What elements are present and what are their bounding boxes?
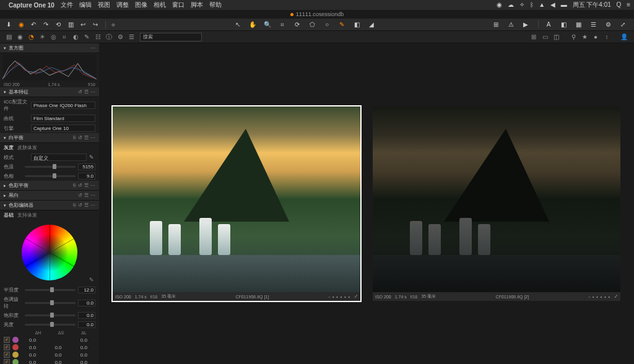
row-checkbox[interactable]: ✓ [4,344,10,350]
menu-icon[interactable]: ⋯ [90,202,95,208]
app-name[interactable]: Capture One 10 [9,2,54,9]
reset-icon[interactable]: ↺ [78,89,82,95]
row-checkbox[interactable]: ✓ [4,359,10,364]
spot-tool[interactable]: ○ [322,20,332,29]
color-wheel[interactable]: ✎ [0,220,99,285]
list-button[interactable]: ☰ [588,20,598,29]
warning-button[interactable]: ⚠ [506,20,516,29]
hand-tool[interactable]: ✋ [248,20,258,29]
reset-icon[interactable]: ↺ [78,183,82,188]
sat-track[interactable] [25,314,76,316]
hue-track[interactable] [25,302,76,304]
wb-tab-skin[interactable]: 皮肤体发 [17,144,37,151]
row-checkbox[interactable]: ✓ [4,337,10,343]
image-frame[interactable]: ISO 200 1.74 s f/16 35 毫米 CF011906.IIQ [… [113,106,360,301]
rotate-tool[interactable]: ⟳ [292,20,302,29]
delta-row[interactable]: ✓ 0.0 0.0 0.0 [0,351,99,358]
details-tab[interactable]: ◐ [71,32,80,42]
menu-camera[interactable]: 相机 [154,1,166,9]
tint-value[interactable]: 9.0 [78,173,95,180]
grid-view-button[interactable]: ⊞ [491,20,501,29]
metadata-tab[interactable]: ⓘ [104,32,114,42]
crop-tool[interactable]: ⌗ [277,20,287,29]
lens-tab[interactable]: ◎ [48,32,58,42]
basic-header[interactable]: ▾ 基本特征 ↺☰⋯ [0,87,99,97]
expand-button[interactable]: ⤢ [618,20,628,29]
hue-value[interactable]: 0.0 [78,300,95,306]
eyedropper-icon[interactable]: ✎ [89,154,95,160]
menu-icon[interactable]: ⋯ [90,45,95,51]
rating-dots[interactable]: ▫ • • • • • [589,295,610,299]
copy-adj-button[interactable]: ▥ [66,20,76,29]
smooth-value[interactable]: 12.0 [78,287,95,293]
delta-row[interactable]: ✓ 0.0 0.0 [0,336,99,344]
delta-row[interactable]: ✓ 0.0 0.0 0.0 [0,358,99,364]
menu-icon[interactable]: ≡ [627,1,630,8]
zoom-tool[interactable]: 🔍 [263,20,272,29]
eraser-tool[interactable]: ◧ [352,20,362,29]
mask-button[interactable]: ◧ [558,20,568,29]
reset-icon[interactable]: ↺ [78,135,82,141]
reset-icon[interactable]: ↺ [78,193,82,198]
volume-icon[interactable]: ◀ [550,1,555,8]
wb-header[interactable]: ▾ 白平衡 ⎘↺☰⋯ [0,133,99,143]
tint-track[interactable] [25,175,76,177]
menu-script[interactable]: 脚本 [191,1,203,9]
brush-tool[interactable]: ✎ [337,20,347,29]
rating-icon[interactable]: ★ [580,32,589,42]
menu-help[interactable]: 帮助 [209,1,222,9]
ce-tab-local[interactable]: 支持体发 [17,212,37,219]
battery-icon[interactable]: ▬ [561,1,567,8]
filter-icon[interactable]: ⚲ [568,32,578,42]
menu-adjust[interactable]: 调整 [116,1,129,9]
colorbalance-header[interactable]: ▸ 色彩平衡 ⎘↺☰⋯ [0,181,99,191]
curve-select[interactable]: Film Standard [31,115,95,122]
bw-header[interactable]: ▸ 黑白 ↺☰⋯ [0,191,99,201]
view-mode-grid[interactable]: ⊞ [529,32,539,42]
menu-window[interactable]: 窗口 [172,1,185,9]
smooth-track[interactable] [25,289,76,291]
wb-mode-select[interactable]: 自定义 [31,154,87,161]
delta-row[interactable]: ✓ 0.0 0.0 0.0 [0,344,99,351]
coloreditor-header[interactable]: ▾ 色彩编辑器 ⎘↺☰⋯ [0,201,99,210]
view-mode-split[interactable]: ◫ [551,32,561,42]
icc-profile-select[interactable]: Phase One IQ260 Flash [31,102,95,109]
process-button[interactable]: ▶ [521,20,531,29]
preset-icon[interactable]: ☰ [84,89,89,95]
copy-icon[interactable]: ⎘ [73,135,76,141]
exposure-tab[interactable]: ☀ [37,32,47,42]
image-preview[interactable] [373,106,620,292]
menu-icon[interactable]: ⋯ [90,193,95,198]
reset-button[interactable]: ⟲ [53,20,63,29]
local-tab[interactable]: ✎ [82,32,92,42]
rotate-left-button[interactable]: ↶ [28,20,38,29]
eyedropper-icon[interactable]: ✎ [89,277,94,283]
crop-tab[interactable]: ⌗ [59,32,69,42]
view-mode-single[interactable]: ▭ [540,32,550,42]
adjust-tab[interactable]: ☷ [93,32,103,42]
cursor-tool[interactable]: ↖ [233,20,243,29]
menu-icon[interactable]: ⋯ [90,183,95,188]
batch-tab[interactable]: ☰ [126,32,136,42]
histogram-header[interactable]: ▾ 直方图 ⋯ [0,43,99,53]
wb-tab-gray[interactable]: 灰度 [4,144,14,151]
menu-image[interactable]: 图像 [135,1,147,9]
preset-dropdown[interactable]: 搜索 [140,33,202,41]
rotate-right-button[interactable]: ↷ [41,20,51,29]
copy-icon[interactable]: ⎘ [73,202,76,208]
lum-value[interactable]: 0.0 [78,321,95,328]
keystone-tool[interactable]: ⬠ [307,20,317,29]
user-icon[interactable]: 👤 [619,32,629,42]
gradient-tool[interactable]: ◢ [367,20,376,29]
sat-value[interactable]: 0.0 [78,312,95,319]
redo-button[interactable]: ↪ [90,20,100,29]
preset-icon[interactable]: ☰ [84,135,89,141]
kelvin-track[interactable] [25,166,76,168]
preset-icon[interactable]: ☰ [84,202,89,208]
copy-icon[interactable]: ⎘ [73,183,76,188]
color-tab[interactable]: ◔ [26,32,36,42]
import-button[interactable]: ⬇ [4,20,14,29]
search-icon[interactable]: Q [617,1,622,8]
undo-button[interactable]: ↩ [78,20,88,29]
capture-tab[interactable]: ◉ [15,32,25,42]
